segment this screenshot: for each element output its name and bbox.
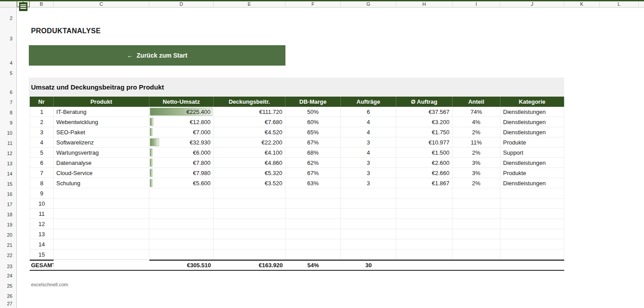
cell-db[interactable]: €4.100 [214,148,285,158]
cell-netto[interactable] [149,209,214,219]
cell-kategorie[interactable]: Dienstleistungen [500,117,564,127]
row-header-24[interactable]: 24 [0,271,16,280]
cell-avg[interactable]: €2.600 [396,158,453,168]
cell-anteil[interactable]: 4% [453,117,500,127]
total-cell[interactable]: €163.920 [214,260,285,271]
cell-auftraege[interactable] [341,239,396,250]
cell-netto[interactable]: €225.400 [149,107,214,117]
cell-produkt[interactable]: Schulung [54,178,149,188]
cell-netto[interactable] [149,199,214,209]
row-header-3[interactable]: 3 [0,23,16,43]
cell-produkt[interactable]: SEO-Paket [54,127,149,137]
row-header-2[interactable]: 2 [0,8,16,23]
cell-anteil[interactable]: 3% [453,168,500,178]
cell-produkt[interactable]: IT-Beratung [54,107,149,117]
cell-marge[interactable] [285,239,341,250]
cell-avg[interactable] [396,239,453,250]
row-header-10[interactable]: 10 [0,127,16,137]
cell-avg[interactable] [396,209,453,219]
cell-marge[interactable] [285,199,341,209]
cell-auftraege[interactable] [341,250,396,260]
cell-netto[interactable] [149,250,214,260]
cell-kategorie[interactable]: Dienstleistungen [500,107,564,117]
table-header-cell[interactable]: DB-Marge [285,97,341,107]
cell-auftraege[interactable]: 6 [341,107,396,117]
total-cell[interactable] [453,260,500,271]
cell-kategorie[interactable]: Dienstleistungen [500,178,564,188]
cell-kategorie[interactable] [500,239,564,250]
table-header-cell[interactable]: Nr [30,97,54,107]
cell-netto[interactable] [149,219,214,229]
cell-avg[interactable] [396,229,453,239]
cell-kategorie[interactable] [500,188,564,199]
cell-anteil[interactable]: 2% [453,127,500,137]
cell-avg[interactable] [396,219,453,229]
cell-anteil[interactable] [453,219,500,229]
total-cell[interactable]: €305.510 [149,260,214,271]
cell-netto[interactable] [149,188,214,199]
row-header-8[interactable]: 8 [0,107,16,117]
cell-marge[interactable]: 67% [285,168,341,178]
cell-db[interactable] [214,219,285,229]
cell-auftraege[interactable]: 4 [341,127,396,137]
cell-anteil[interactable]: 2% [453,148,500,158]
cell-auftraege[interactable] [341,219,396,229]
cell-kategorie[interactable]: Produkte [500,137,564,148]
cell-avg[interactable]: €1.750 [396,127,453,137]
cell-produkt[interactable] [54,199,149,209]
row-header-16[interactable]: 16 [0,188,16,199]
cell-kategorie[interactable]: Support [500,148,564,158]
cell-marge[interactable] [285,188,341,199]
cell-nr[interactable]: 4 [30,137,54,148]
cell-db[interactable]: €3.520 [214,178,285,188]
cell-anteil[interactable]: 3% [453,158,500,168]
cell-db[interactable]: €7.680 [214,117,285,127]
cell-nr[interactable]: 14 [30,239,54,250]
table-header-cell[interactable]: Netto-Umsatz [149,97,214,107]
cell-nr[interactable]: 15 [30,250,54,260]
cell-produkt[interactable] [54,250,149,260]
cell-nr[interactable]: 12 [30,219,54,229]
cell-produkt[interactable]: Softwarelizenz [54,137,149,148]
cell-db[interactable] [214,250,285,260]
cell-avg[interactable] [396,188,453,199]
table-header-cell[interactable]: Ø Auftrag [396,97,453,107]
cell-nr[interactable]: 1 [30,107,54,117]
cell-nr[interactable]: 6 [30,158,54,168]
cell-anteil[interactable]: 2% [453,178,500,188]
cell-avg[interactable]: €1.500 [396,148,453,158]
cell-kategorie[interactable] [500,209,564,219]
cell-kategorie[interactable] [500,199,564,209]
cell-netto[interactable]: €32.930 [149,137,214,148]
cell-db[interactable] [214,239,285,250]
back-to-start-button[interactable]: ← Zurück zum Start [29,45,285,66]
total-cell[interactable] [396,260,453,271]
table-header-cell[interactable]: Anteil [453,97,500,107]
cell-db[interactable]: €4.860 [214,158,285,168]
row-header-21[interactable]: 21 [0,239,16,250]
cell-marge[interactable] [285,209,341,219]
total-cell[interactable]: GESAMT [30,260,54,271]
cell-db[interactable]: €111.720 [214,107,285,117]
cell-nr[interactable]: 5 [30,148,54,158]
cell-netto[interactable]: €6.000 [149,148,214,158]
footer-link[interactable]: excelschnell.com [31,282,68,287]
cell-produkt[interactable] [54,229,149,239]
cell-nr[interactable]: 3 [30,127,54,137]
cell-marge[interactable]: 62% [285,158,341,168]
cell-auftraege[interactable]: 3 [341,158,396,168]
cell-anteil[interactable] [453,229,500,239]
cell-kategorie[interactable] [500,229,564,239]
row-header-25[interactable]: 25 [0,280,16,290]
table-header-cell[interactable]: Produkt [54,97,149,107]
cell-marge[interactable]: 50% [285,107,341,117]
total-cell[interactable]: 30 [341,260,396,271]
cell-avg[interactable]: €1.867 [396,178,453,188]
cell-netto[interactable] [149,239,214,250]
cell-produkt[interactable]: Webentwicklung [54,117,149,127]
cell-kategorie[interactable]: Dienstleistungen [500,158,564,168]
row-header-14[interactable]: 14 [0,168,16,178]
row-header-17[interactable]: 17 [0,199,16,209]
row-header-12[interactable]: 12 [0,148,16,158]
cell-anteil[interactable] [453,209,500,219]
